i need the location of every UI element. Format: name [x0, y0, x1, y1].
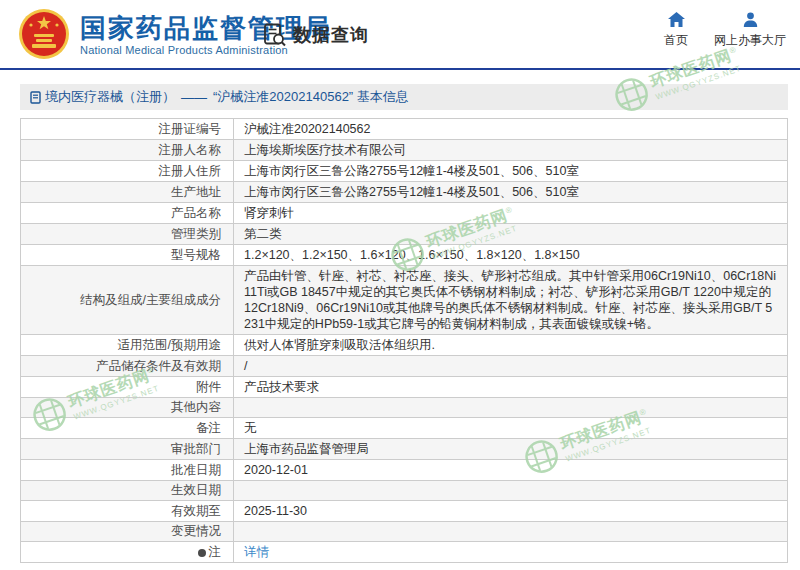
row-value-text: 沪械注准20202140562 — [244, 122, 370, 136]
row-label-text: 备注 — [196, 421, 221, 435]
row-label: 批准日期 — [21, 460, 234, 481]
row-value: 肾穿刺针 — [234, 203, 788, 224]
registration-info-table: 注册证编号沪械注准20202140562注册人名称上海埃斯埃医疗技术有限公司注册… — [20, 118, 788, 563]
table-row: 产品名称肾穿刺针 — [21, 203, 788, 224]
row-value-text: / — [244, 359, 247, 373]
row-label: 注册人名称 — [21, 140, 234, 161]
row-label: 生效日期 — [21, 481, 234, 501]
row-label-text: 注册人名称 — [159, 143, 222, 157]
table-row: 注册人名称上海埃斯埃医疗技术有限公司 — [21, 140, 788, 161]
table-row: 有效期至2025-11-30 — [21, 501, 788, 522]
header: 国家药品监督管理局 National Medical Products Admi… — [0, 0, 800, 70]
row-label: 附件 — [21, 377, 234, 398]
table-row: 备注无 — [21, 418, 788, 439]
row-value-text: 上海埃斯埃医疗技术有限公司 — [244, 143, 407, 157]
row-value: 产品技术要求 — [234, 377, 788, 398]
table-row: 生产地址上海市闵行区三鲁公路2755号12幢1-4楼及501、506、510室 — [21, 182, 788, 203]
row-label: 管理类别 — [21, 224, 234, 245]
table-row: 型号规格1.2×120、1.2×150、1.6×120、1.6×150、1.8×… — [21, 245, 788, 266]
nav-home-link[interactable]: 首页 — [664, 12, 688, 49]
breadcrumb-detail: “沪械注准20202140562” 基本信息 — [213, 88, 409, 106]
row-value: 沪械注准20202140562 — [234, 119, 788, 140]
row-label-text: 注册人住所 — [159, 164, 222, 178]
row-label-text: 产品名称 — [171, 206, 221, 220]
row-label: 备注 — [21, 418, 234, 439]
row-value — [234, 398, 788, 418]
row-value: 产品由针管、针座、衬芯、衬芯座、接头、铲形衬芯组成。其中针管采用06Cr19Ni… — [234, 266, 788, 335]
row-label-text: 有效期至 — [171, 504, 221, 518]
data-query-portal-link[interactable]: 数据查询 — [262, 22, 369, 47]
row-value — [234, 522, 788, 542]
table-row: 附件产品技术要求 — [21, 377, 788, 398]
registration-table-body: 注册证编号沪械注准20202140562注册人名称上海埃斯埃医疗技术有限公司注册… — [21, 119, 788, 563]
row-label-text: 其他内容 — [171, 400, 221, 414]
row-label: 型号规格 — [21, 245, 234, 266]
table-row: 产品储存条件及有效期/ — [21, 356, 788, 377]
page: 国家药品监督管理局 National Medical Products Admi… — [0, 0, 800, 570]
row-label: 适用范围/预期用途 — [21, 335, 234, 356]
nav-home-label: 首页 — [664, 32, 688, 49]
row-value-text: 2020-12-01 — [244, 463, 308, 477]
person-icon — [743, 12, 758, 27]
home-icon — [668, 12, 685, 27]
row-value-text: 第二类 — [244, 227, 282, 241]
row-label: 变更情况 — [21, 522, 234, 542]
row-label: 生产地址 — [21, 182, 234, 203]
note-dot-icon — [198, 549, 206, 557]
data-query-title: 数据查询 — [293, 23, 369, 47]
row-label-text: 注 — [209, 545, 222, 559]
row-value: 上海市闵行区三鲁公路2755号12幢1-4楼及501、506、510室 — [234, 161, 788, 182]
row-value: 2025-11-30 — [234, 501, 788, 522]
row-value-text: 1.2×120、1.2×150、1.6×120、1.6×150、1.8×120、… — [244, 248, 580, 262]
row-value: 1.2×120、1.2×150、1.6×120、1.6×150、1.8×120、… — [234, 245, 788, 266]
row-value: 2020-12-01 — [234, 460, 788, 481]
row-label-text: 管理类别 — [171, 227, 221, 241]
row-value: / — [234, 356, 788, 377]
breadcrumb-separator: —— — [181, 90, 207, 105]
detail-link[interactable]: 详情 — [244, 545, 269, 559]
top-nav: 首页 网上办事大厅 — [664, 12, 786, 49]
row-label: 审批部门 — [21, 439, 234, 460]
table-row: 注册人住所上海市闵行区三鲁公路2755号12幢1-4楼及501、506、510室 — [21, 161, 788, 182]
row-value: 上海埃斯埃医疗技术有限公司 — [234, 140, 788, 161]
table-row: 批准日期2020-12-01 — [21, 460, 788, 481]
row-value-text: 产品由针管、针座、衬芯、衬芯座、接头、铲形衬芯组成。其中针管采用06Cr19Ni… — [244, 269, 776, 331]
row-value-text: 产品技术要求 — [244, 380, 319, 394]
row-value: 详情 — [234, 542, 788, 563]
row-value — [234, 481, 788, 501]
row-label-text: 型号规格 — [171, 248, 221, 262]
nav-service-hall-link[interactable]: 网上办事大厅 — [714, 12, 786, 49]
row-label: 注册人住所 — [21, 161, 234, 182]
row-value: 上海市闵行区三鲁公路2755号12幢1-4楼及501、506、510室 — [234, 182, 788, 203]
row-value: 上海市药品监督管理局 — [234, 439, 788, 460]
data-query-icon — [262, 22, 287, 47]
row-label: 注册证编号 — [21, 119, 234, 140]
row-label-text: 附件 — [196, 380, 221, 394]
row-value-text: 无 — [244, 421, 257, 435]
row-value-text: 上海市药品监督管理局 — [244, 442, 369, 456]
document-icon — [30, 91, 41, 104]
table-row: 变更情况 — [21, 522, 788, 542]
row-label-text: 注册证编号 — [159, 122, 222, 136]
table-row: 注册证编号沪械注准20202140562 — [21, 119, 788, 140]
breadcrumb: 境内医疗器械（注册） —— “沪械注准20202140562” 基本信息 — [20, 84, 788, 110]
row-value-text: 肾穿刺针 — [244, 206, 294, 220]
row-label-text: 生产地址 — [171, 185, 221, 199]
row-label-text: 适用范围/预期用途 — [118, 338, 221, 352]
row-label: 其他内容 — [21, 398, 234, 418]
table-row: 结构及组成/主要组成成分产品由针管、针座、衬芯、衬芯座、接头、铲形衬芯组成。其中… — [21, 266, 788, 335]
table-row: 适用范围/预期用途供对人体肾脏穿刺吸取活体组织用. — [21, 335, 788, 356]
row-label-text: 结构及组成/主要组成成分 — [80, 293, 221, 307]
table-row: 其他内容 — [21, 398, 788, 418]
row-label-text: 变更情况 — [171, 524, 221, 538]
row-label-text: 审批部门 — [171, 442, 221, 456]
row-value: 无 — [234, 418, 788, 439]
breadcrumb-category-link[interactable]: 境内医疗器械（注册） — [30, 88, 175, 106]
table-row: 审批部门上海市药品监督管理局 — [21, 439, 788, 460]
row-label-text: 生效日期 — [171, 483, 221, 497]
table-row: 注详情 — [21, 542, 788, 563]
row-label-text: 产品储存条件及有效期 — [96, 359, 221, 373]
nav-service-hall-label: 网上办事大厅 — [714, 32, 786, 49]
row-label: 产品储存条件及有效期 — [21, 356, 234, 377]
row-value-text: 上海市闵行区三鲁公路2755号12幢1-4楼及501、506、510室 — [244, 185, 579, 199]
